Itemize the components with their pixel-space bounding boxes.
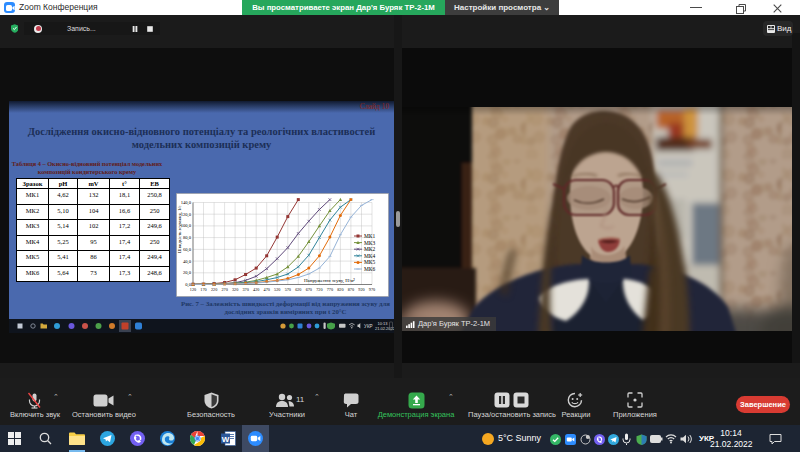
- svg-text:МК4: МК4: [364, 253, 375, 259]
- svg-text:820: 820: [337, 287, 343, 292]
- svg-text:W: W: [222, 435, 230, 444]
- svg-text:770: 770: [327, 287, 333, 292]
- svg-text:МК3: МК3: [364, 240, 375, 246]
- svg-text:670: 670: [306, 287, 312, 292]
- svg-text:120: 120: [190, 287, 196, 292]
- svg-text:370: 370: [242, 287, 248, 292]
- svg-text:970: 970: [369, 287, 375, 292]
- svg-text:520: 520: [274, 287, 280, 292]
- svg-text:МК1: МК1: [364, 233, 375, 239]
- svg-text:170: 170: [200, 287, 206, 292]
- svg-text:870: 870: [348, 287, 354, 292]
- svg-text:МК2: МК2: [364, 246, 375, 252]
- svg-text:420: 420: [253, 287, 259, 292]
- svg-text:470: 470: [264, 287, 270, 292]
- svg-text:270: 270: [221, 287, 227, 292]
- svg-text:620: 620: [295, 287, 301, 292]
- svg-text:920: 920: [358, 287, 364, 292]
- svg-text:320: 320: [232, 287, 238, 292]
- svg-text:МК5: МК5: [364, 259, 375, 265]
- svg-text:570: 570: [285, 287, 291, 292]
- svg-text:220: 220: [211, 287, 217, 292]
- svg-text:720: 720: [316, 287, 322, 292]
- svg-text:МК6: МК6: [364, 266, 375, 272]
- svg-text:УКР: УКР: [364, 324, 373, 329]
